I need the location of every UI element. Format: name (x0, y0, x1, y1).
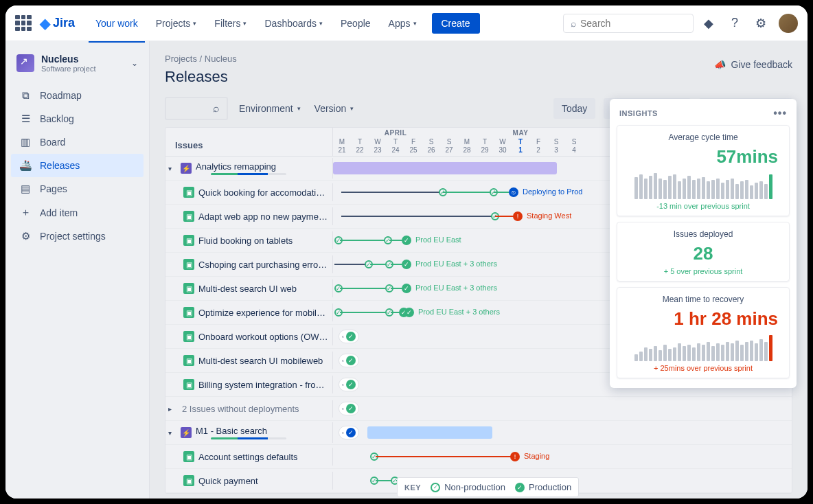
app-switcher-icon[interactable] (15, 15, 32, 32)
chevron-down-icon: ▾ (243, 20, 247, 27)
day-cell: T24 (387, 137, 404, 156)
insight-card[interactable]: Mean time to recovery1 hr 28 mins+ 25min… (617, 287, 790, 378)
insight-card[interactable]: Average cycle time57mins-13 min over pre… (617, 125, 790, 216)
sidebar-item-board[interactable]: ▥Board (11, 130, 144, 154)
issues-column-header: Issues (165, 128, 333, 156)
story-icon: ▣ (183, 283, 194, 294)
insight-card[interactable]: Issues deployed28+ 5 over previous sprin… (617, 222, 790, 282)
deployment-chip[interactable]: ‹✓ (339, 426, 359, 439)
issue-cell[interactable]: ▣Onboard workout options (OWO) (165, 328, 333, 345)
search-icon: ⌕ (213, 102, 220, 115)
avatar[interactable] (779, 14, 798, 33)
expand-icon[interactable]: ▸ (168, 405, 176, 413)
nav-people[interactable]: People (334, 14, 378, 33)
production-icon: ✓ (515, 483, 525, 492)
card-metric: 1 hr 28 mins (626, 308, 781, 330)
issue-cell[interactable]: ▣Multi-dest search UI mobileweb (165, 352, 333, 369)
card-metric: 57mins (626, 146, 781, 168)
epic-icon: ⚡ (181, 427, 192, 438)
issue-cell[interactable]: ▣Fluid booking on tablets (165, 231, 333, 249)
card-metric: 28 (626, 243, 781, 264)
day-cell: W23 (369, 137, 387, 156)
project-name: Nucleus (41, 54, 95, 65)
page-title: Releases (165, 68, 792, 86)
card-title: Issues deployed (626, 229, 781, 239)
issue-cell[interactable]: ▣Multi-dest search UI web (165, 279, 333, 297)
sidebar-item-settings[interactable]: ⚙Project settings (11, 225, 144, 248)
issue-cell[interactable]: ▣Adapt web app no new payments provi (165, 207, 333, 225)
sidebar-item-backlog[interactable]: ☰Backlog (11, 107, 144, 130)
nav-apps[interactable]: Apps▾ (382, 14, 424, 33)
roadmap-icon: ⧉ (19, 89, 32, 102)
issue-cell[interactable]: ▣Account settings defaults (165, 448, 333, 466)
month-label: MAY (458, 129, 583, 137)
version-filter[interactable]: Version▾ (312, 99, 357, 118)
issue-cell[interactable]: ▣Billing system integration - frontend (165, 376, 333, 393)
releases-icon: 🚢 (19, 159, 32, 172)
day-cell: T29 (476, 137, 494, 156)
chevron-down-icon: ▾ (319, 20, 323, 27)
environment-filter[interactable]: Environment▾ (236, 99, 304, 118)
backlog-icon: ☰ (19, 113, 32, 125)
collapse-icon[interactable]: ▾ (168, 165, 176, 172)
create-button[interactable]: Create (432, 13, 480, 34)
gantt-cell: ‹✓ (333, 397, 792, 420)
deployment-chip[interactable]: ‹✓ (339, 402, 359, 415)
search-icon: ⌕ (571, 18, 576, 29)
gantt-cell: ‹✓ (333, 421, 792, 444)
give-feedback-button[interactable]: 📣 Give feedback (714, 59, 793, 70)
card-title: Average cycle time (626, 133, 781, 142)
search-input[interactable] (580, 18, 686, 29)
sidebar-item-roadmap[interactable]: ⧉Roadmap (11, 84, 144, 107)
story-icon: ▣ (183, 259, 194, 270)
today-button[interactable]: Today (553, 98, 595, 119)
filter-search-input[interactable]: ⌕ (165, 97, 228, 120)
story-icon: ▣ (183, 307, 194, 318)
nav-projects[interactable]: Projects▾ (149, 14, 204, 33)
issue-cell[interactable]: ▣Quick payment (165, 472, 333, 490)
issue-cell[interactable]: ▣Quick booking for accomodations (165, 183, 333, 201)
key-legend: KEY ✓Non-production ✓Production (397, 477, 579, 497)
issue-cell[interactable]: ▾⚡M1 - Basic search (165, 422, 333, 443)
project-header[interactable]: Nucleus Software project ⌄ (11, 51, 144, 84)
key-label: KEY (404, 483, 421, 492)
megaphone-icon: 📣 (714, 59, 726, 70)
sidebar-item-add[interactable]: ＋Add item (11, 201, 144, 225)
sidebar-item-pages[interactable]: ▤Pages (11, 177, 144, 201)
issue-cell[interactable]: ▸2 Issues without deployments (165, 400, 333, 417)
day-cell: S26 (422, 137, 440, 156)
breadcrumb[interactable]: Projects / Nucleus (165, 54, 792, 64)
deployment-chip[interactable]: ‹✓ (339, 378, 359, 391)
insights-panel: INSIGHTS ••• Average cycle time57mins-13… (610, 99, 797, 388)
jira-logo[interactable]: ◆ Jira (40, 15, 75, 32)
day-cell: T1 (512, 137, 529, 156)
global-search[interactable]: ⌕ (563, 14, 694, 33)
chevron-down-icon: ▾ (297, 105, 301, 112)
sidebar-item-releases[interactable]: 🚢Releases (11, 154, 144, 177)
help-icon[interactable]: ? (724, 12, 746, 34)
notifications-icon[interactable]: ◆ (698, 12, 720, 34)
nav-dashboards[interactable]: Dashboards▾ (257, 14, 330, 33)
card-subtext: -13 min over previous sprint (626, 202, 781, 210)
board-icon: ▥ (19, 136, 32, 148)
day-cell: S27 (440, 137, 458, 156)
card-subtext: + 25mins over previous sprint (626, 364, 781, 372)
insights-title: INSIGHTS (619, 109, 658, 117)
collapse-icon[interactable]: ▾ (168, 429, 176, 437)
pages-icon: ▤ (19, 183, 32, 195)
settings-icon[interactable]: ⚙ (750, 12, 772, 34)
sparkline (626, 172, 781, 199)
card-subtext: + 5 over previous sprint (626, 267, 781, 275)
chevron-down-icon: ⌄ (131, 58, 138, 68)
deployment-chip[interactable]: ‹✓ (339, 330, 359, 343)
nav-your-work[interactable]: Your work (89, 14, 145, 33)
app-window: ◆ Jira Your work Projects▾ Filters▾ Dash… (5, 5, 808, 499)
more-icon[interactable]: ••• (773, 107, 787, 119)
issue-cell[interactable]: ▣Optimize experience for mobile web (165, 303, 333, 321)
day-cell: M28 (458, 137, 476, 156)
issue-cell[interactable]: ▾⚡Analytics remapping (165, 158, 333, 179)
nav-filters[interactable]: Filters▾ (207, 14, 253, 33)
card-title: Mean time to recovery (626, 295, 781, 304)
issue-cell[interactable]: ▣Cshoping cart purchasing error - quick (165, 255, 333, 273)
deployment-chip[interactable]: ‹✓ (339, 354, 359, 367)
